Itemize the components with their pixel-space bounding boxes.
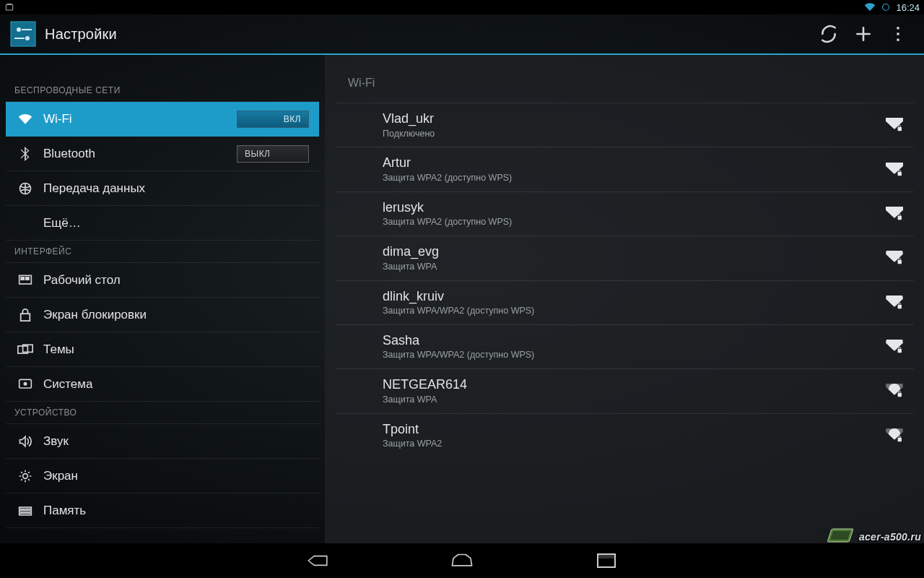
setting-row-экран-блокировки[interactable]: Экран блокировки [6, 298, 319, 332]
navigation-bar [0, 543, 924, 578]
wifi-signal-icon [884, 161, 905, 178]
svg-rect-22 [19, 513, 32, 515]
svg-rect-26 [898, 260, 902, 264]
row-label: Темы [43, 342, 309, 357]
svg-rect-2 [11, 22, 35, 46]
row-icon [16, 144, 35, 163]
add-network-button[interactable] [846, 17, 881, 51]
wifi-sub: Защита WPA [383, 261, 884, 273]
wifi-network-row[interactable]: TpointЗащита WPA2 [335, 413, 914, 457]
wifi-name: NETGEAR614 [383, 376, 884, 393]
row-icon [16, 306, 35, 324]
overflow-menu-button[interactable] [881, 17, 915, 51]
wifi-network-row[interactable]: dlink_kruivЗащита WPA/WPA2 (доступно WPS… [335, 280, 914, 324]
svg-point-5 [25, 36, 30, 40]
wifi-network-row[interactable]: SashaЗащита WPA/WPA2 (доступно WPS) [335, 324, 914, 368]
wifi-sub: Защита WPA2 (доступно WPS) [383, 172, 884, 184]
wifi-signal-icon [884, 205, 905, 223]
wifi-signal-icon [884, 338, 905, 355]
row-label: Экран [43, 469, 309, 483]
wifi-network-row[interactable]: ArturЗащита WPA2 (доступно WPS) [335, 147, 914, 191]
battery-icon [881, 3, 890, 12]
svg-rect-30 [898, 438, 902, 441]
wifi-network-row[interactable]: Vlad_ukrПодключено [335, 103, 914, 147]
row-label: Звук [43, 434, 309, 449]
wifi-sub: Подключено [383, 128, 884, 140]
back-button[interactable] [303, 546, 332, 575]
wifi-name: Tpoint [383, 421, 884, 438]
wifi-signal-icon [884, 382, 905, 400]
svg-rect-29 [898, 393, 902, 397]
setting-row-передача-данных[interactable]: Передача данных [6, 171, 319, 206]
row-icon [16, 214, 35, 233]
svg-point-18 [24, 382, 26, 384]
svg-point-1 [883, 4, 889, 11]
wifi-sub: Защита WPA2 (доступно WPS) [383, 216, 884, 228]
row-label: Wi-Fi [43, 112, 237, 126]
row-icon [16, 375, 35, 394]
wifi-network-row[interactable]: dima_evgЗащита WPA [335, 236, 914, 280]
setting-row-память[interactable]: Память [6, 493, 319, 528]
row-icon [16, 432, 35, 451]
toggle[interactable]: ВКЛ [237, 111, 309, 128]
watermark-text: acer-a500.ru [859, 531, 921, 543]
row-label: Экран блокировки [43, 308, 309, 322]
wifi-signal-icon [884, 116, 905, 134]
setting-row-рабочий-стол[interactable]: Рабочий стол [6, 263, 319, 298]
wifi-name: dlink_kruiv [383, 288, 884, 305]
toggle-label: ВЫКЛ [237, 149, 278, 159]
svg-rect-13 [26, 277, 29, 279]
wifi-signal-icon [884, 294, 905, 311]
clock: 16:24 [896, 2, 920, 13]
row-label: Ещё… [43, 216, 309, 230]
recents-button[interactable] [592, 546, 621, 575]
toggle[interactable]: ВЫКЛ [237, 145, 309, 163]
wifi-signal-icon [884, 249, 905, 267]
row-label: Память [43, 504, 309, 518]
setting-row-темы[interactable]: Темы [6, 332, 319, 367]
setting-row-wi-fi[interactable]: Wi-FiВКЛ [6, 102, 319, 137]
row-icon [16, 110, 35, 129]
section-header: БЕСПРОВОДНЫЕ СЕТИ [6, 79, 319, 102]
svg-rect-9 [897, 39, 899, 41]
settings-sidebar: БЕСПРОВОДНЫЕ СЕТИWi-FiВКЛBluetoothВЫКЛПе… [0, 55, 325, 543]
setting-row-ещ-[interactable]: Ещё… [6, 206, 319, 241]
toggle-label: ВКЛ [276, 114, 308, 124]
wifi-signal-icon [884, 427, 905, 444]
wps-button[interactable] [811, 17, 846, 51]
row-icon [16, 340, 35, 359]
row-icon [16, 501, 35, 520]
row-icon [16, 179, 35, 198]
svg-rect-27 [898, 304, 902, 308]
svg-rect-32 [598, 554, 615, 558]
setting-row-экран[interactable]: Экран [6, 459, 319, 493]
svg-rect-14 [21, 314, 30, 321]
setting-row-звук[interactable]: Звук [6, 424, 319, 459]
home-button[interactable] [448, 546, 476, 575]
row-icon [16, 271, 35, 290]
watermark: acer-a500.ru [826, 525, 921, 545]
svg-rect-12 [21, 277, 24, 279]
svg-rect-20 [19, 507, 32, 509]
svg-rect-6 [14, 38, 25, 39]
row-label: Передача данных [43, 181, 309, 196]
wifi-sub: Защита WPA2 [383, 438, 884, 450]
section-header: ИНТЕРФЕЙС [6, 241, 319, 263]
wifi-name: Artur [383, 155, 884, 171]
row-icon [16, 467, 35, 486]
setting-row-система[interactable]: Система [6, 367, 319, 402]
svg-rect-34 [830, 531, 850, 540]
wifi-network-row[interactable]: NETGEAR614Защита WPA [335, 368, 914, 413]
screenshot-icon [4, 2, 14, 12]
svg-rect-4 [22, 29, 32, 30]
wifi-network-row[interactable]: lerusykЗащита WPA2 (доступно WPS) [335, 191, 914, 236]
svg-rect-28 [898, 349, 902, 353]
svg-point-3 [17, 27, 21, 32]
wifi-name: Sasha [383, 332, 884, 349]
svg-rect-25 [898, 216, 902, 220]
wifi-sub: Защита WPA/WPA2 (доступно WPS) [383, 349, 884, 361]
wifi-sub: Защита WPA [383, 394, 884, 406]
app-icon [9, 20, 38, 48]
setting-row-bluetooth[interactable]: BluetoothВЫКЛ [6, 137, 319, 171]
main-content: БЕСПРОВОДНЫЕ СЕТИWi-FiВКЛBluetoothВЫКЛПе… [0, 55, 924, 543]
